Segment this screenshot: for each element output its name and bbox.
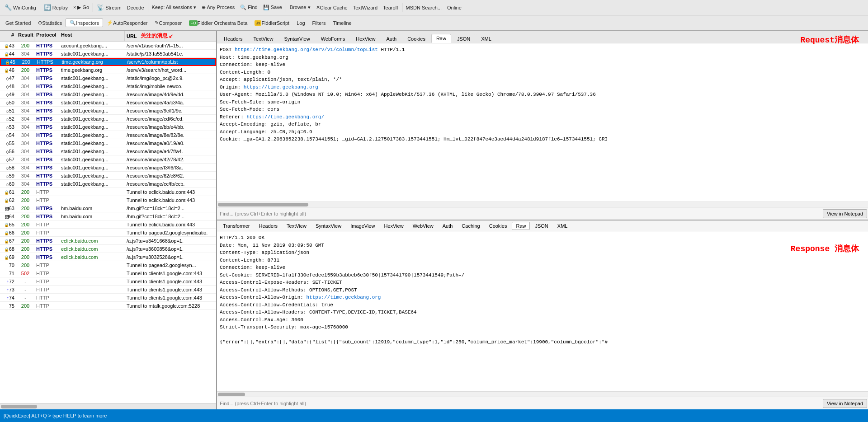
tab-statistics[interactable]: ⊙ Statistics: [34, 19, 66, 27]
table-row[interactable]: 🔒68 200 HTTPS eclick.baidu.com /a.js?tu=…: [0, 245, 216, 253]
resp-tab-json[interactable]: JSON: [531, 222, 552, 230]
table-row[interactable]: ↑73 - HTTP Tunnel to clients1.google.com…: [0, 286, 216, 294]
table-row[interactable]: ◇53 304 HTTPS static001.geekbang... /res…: [0, 123, 216, 131]
scroll-thumb[interactable]: [1, 405, 37, 408]
tab-autoresponder[interactable]: ⚡ AutoResponder: [103, 19, 151, 27]
table-row[interactable]: ◇50 304 HTTPS static001.geekbang... /res…: [0, 98, 216, 107]
tab-raw[interactable]: Raw: [431, 34, 451, 43]
resp-tab-headers[interactable]: Headers: [255, 222, 282, 230]
resp-tab-raw[interactable]: Raw: [512, 222, 530, 230]
tab-timeline[interactable]: Timeline: [329, 19, 355, 27]
table-row[interactable]: 70 200 HTTP Tunnel to pagead2.googlesyn.…: [0, 261, 216, 269]
table-row[interactable]: ↑72 - HTTP Tunnel to clients1.google.com…: [0, 277, 216, 286]
tab-webforms[interactable]: WebForms: [316, 34, 350, 43]
tab-get-started[interactable]: Get Started: [2, 19, 34, 27]
tab-composer[interactable]: ✎ Composer: [151, 19, 185, 27]
sep2: [93, 3, 93, 12]
resp-tab-webview[interactable]: WebView: [409, 222, 438, 230]
textwizard-button[interactable]: TextWizard: [350, 4, 380, 11]
resp-tab-textview[interactable]: TextView: [283, 222, 311, 230]
any-process-button[interactable]: ⊕ Any Process: [199, 4, 237, 11]
resp-tab-hexview[interactable]: HexView: [380, 222, 407, 230]
tab-textview[interactable]: TextView: [249, 34, 278, 43]
request-referer-link[interactable]: https://time.geekbang.org/: [246, 114, 324, 120]
table-row[interactable]: 🔒67 200 HTTPS eclick.baidu.com /a.js?tu=…: [0, 237, 216, 245]
response-origin-link[interactable]: https://time.geekbang.org: [306, 295, 381, 300]
table-row[interactable]: 🔒43 200 HTTPS account.geekbang.... /serv…: [0, 42, 216, 50]
resp-tab-imageview[interactable]: ImageView: [346, 222, 379, 230]
find-button[interactable]: 🔍 Find: [237, 4, 260, 11]
go-button[interactable]: × ▶ Go: [71, 4, 92, 11]
table-row[interactable]: 🔒61 200 HTTP Tunnel to eclick.baidu.com:…: [0, 188, 216, 196]
table-row[interactable]: ◇55 304 HTTPS static001.geekbang... /res…: [0, 139, 216, 147]
table-row[interactable]: ◇57 304 HTTPS static001.geekbang... /res…: [0, 155, 216, 164]
table-row[interactable]: 🔒45 200 HTTPS time.geekbang.org /serv/v1…: [0, 58, 216, 66]
keep-sessions-button[interactable]: Keep: All sessions ▾: [149, 4, 199, 11]
table-row[interactable]: ◇51 304 HTTPS static001.geekbang... /res…: [0, 107, 216, 115]
cell-protocol: HTTPS: [34, 181, 59, 187]
table-row[interactable]: ◇58 304 HTTPS static001.geekbang... /res…: [0, 164, 216, 172]
resp-tab-caching[interactable]: Caching: [458, 222, 484, 230]
tab-syntaxview[interactable]: SyntaxView: [279, 34, 315, 43]
tab-log[interactable]: Log: [293, 19, 308, 27]
table-row[interactable]: ◇52 304 HTTPS static001.geekbang... /res…: [0, 115, 216, 123]
cell-result: 502: [16, 270, 34, 277]
decode-button[interactable]: Decode: [124, 4, 147, 11]
table-row[interactable]: ◇59 304 HTTPS static001.geekbang... /res…: [0, 172, 216, 180]
stream-button[interactable]: 📡 Stream: [94, 3, 124, 12]
table-row[interactable]: ◇47 304 HTTPS static001.geekbang... /sta…: [0, 74, 216, 82]
table-row[interactable]: 🔒44 304 HTTPS static001.geekbang... /sta…: [0, 50, 216, 58]
tab-xml[interactable]: XML: [476, 34, 496, 43]
table-row[interactable]: 75 200 HTTP Tunnel to mtalk.google.com:5…: [0, 302, 216, 310]
replay-button[interactable]: 🔄 Replay: [41, 3, 71, 12]
resp-tab-auth[interactable]: Auth: [439, 222, 457, 230]
table-row[interactable]: 🔒66 200 HTTP Tunnel to pagead2.googlesyn…: [0, 229, 216, 237]
save-button[interactable]: 💾 Save: [260, 4, 285, 11]
tab-fiddler-orchestra[interactable]: FO Fiddler Orchestra Beta: [185, 19, 251, 27]
table-row[interactable]: 🖼64 200 HTTPS hm.baidu.com /hm.gif?cc=18…: [0, 212, 216, 220]
tearoff-button[interactable]: Tearoff: [380, 4, 401, 11]
response-view-notepad-button[interactable]: View in Notepad: [823, 399, 867, 408]
request-h-scrollbar[interactable]: [217, 202, 868, 207]
resp-tab-transformer[interactable]: Transformer: [219, 222, 254, 230]
tab-inspectors[interactable]: 🔍 Inspectors: [66, 19, 103, 27]
winconfig-button[interactable]: 🔧 WinConfig: [2, 3, 39, 12]
request-origin-link[interactable]: https://time.geekbang.org: [244, 84, 318, 90]
msdn-search-input[interactable]: MSDN Search...: [403, 4, 444, 11]
request-find-input[interactable]: [217, 210, 822, 218]
request-url-link[interactable]: https://time.geekbang.org/serv/v1/column…: [235, 47, 378, 52]
tab-headers[interactable]: Headers: [219, 34, 248, 43]
online-button[interactable]: Online: [444, 4, 464, 11]
request-scroll-thumb[interactable]: [218, 203, 308, 206]
response-h-scrollbar[interactable]: [217, 391, 868, 397]
response-scroll-thumb[interactable]: [218, 393, 245, 396]
table-row[interactable]: 🖼63 200 HTTPS hm.baidu.com /hm.gif?cc=18…: [0, 204, 216, 212]
table-row[interactable]: 🔒69 200 HTTPS eclick.baidu.com /a.js?tu=…: [0, 253, 216, 261]
tab-filters[interactable]: Filters: [309, 19, 330, 27]
request-header-useragent: User-Agent: Mozilla/5.0 (Windows NT 10.0…: [220, 91, 865, 98]
table-row[interactable]: ◇56 304 HTTPS static001.geekbang... /res…: [0, 147, 216, 155]
table-row[interactable]: 71 502 HTTP Tunnel to clients1.google.co…: [0, 269, 216, 277]
table-row[interactable]: ◇48 304 HTTPS static001.geekbang... /sta…: [0, 82, 216, 90]
tab-cookies[interactable]: Cookies: [402, 34, 430, 43]
tab-fiddlerscript[interactable]: Js FiddlerScript: [251, 19, 293, 27]
request-view-notepad-button[interactable]: View in Notepad: [823, 209, 867, 218]
tab-json[interactable]: JSON: [452, 34, 475, 43]
resp-tab-syntaxview[interactable]: SyntaxView: [311, 222, 345, 230]
table-row[interactable]: ◇60 304 HTTPS static001.geekbang... /res…: [0, 180, 216, 188]
resp-tab-cookies[interactable]: Cookies: [485, 222, 511, 230]
response-find-input[interactable]: [217, 399, 822, 408]
table-row[interactable]: 🔒46 200 HTTPS time.geekbang.org /serv/v3…: [0, 66, 216, 74]
browse-button[interactable]: Browse ▾: [287, 4, 313, 11]
table-row[interactable]: 🔒65 200 HTTP Tunnel to eclick.baidu.com:…: [0, 220, 216, 229]
table-row[interactable]: ↑74 - HTTP Tunnel to clients1.google.com…: [0, 294, 216, 302]
fo-icon: FO: [189, 20, 198, 26]
clear-cache-button[interactable]: ✕ Clear Cache: [313, 4, 350, 11]
tab-hexview[interactable]: HexView: [351, 34, 380, 43]
table-row[interactable]: ◇54 304 HTTPS static001.geekbang... /res…: [0, 131, 216, 139]
table-row[interactable]: 🔒62 200 HTTP Tunnel to eclick.baidu.com:…: [0, 196, 216, 204]
tab-auth[interactable]: Auth: [382, 34, 402, 43]
horizontal-scrollbar[interactable]: [0, 403, 216, 409]
resp-tab-xml[interactable]: XML: [553, 222, 572, 230]
table-row[interactable]: ◇49 304 HTTPS static001.geekbang... /res…: [0, 90, 216, 98]
